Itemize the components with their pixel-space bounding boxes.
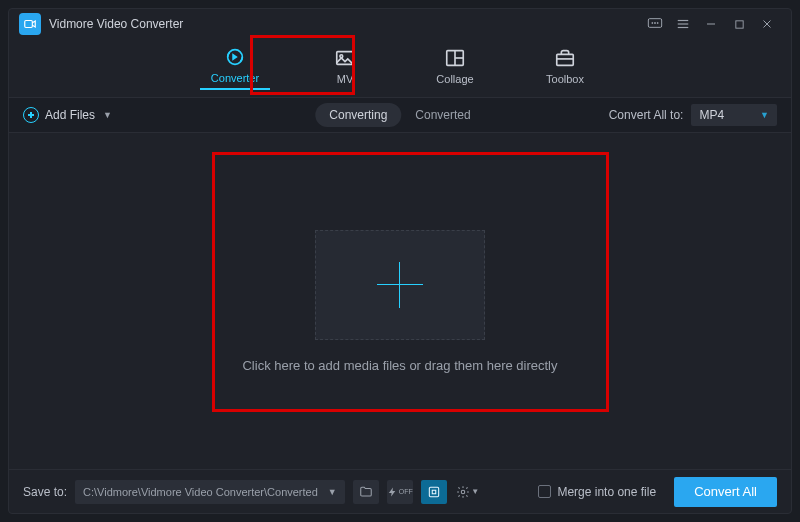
- convert-all-to-select[interactable]: MP4 ▼: [691, 104, 777, 126]
- toolbox-icon: [554, 47, 576, 69]
- menu-icon[interactable]: [669, 10, 697, 38]
- convert-all-to-value: MP4: [699, 108, 724, 122]
- svg-rect-9: [735, 20, 742, 27]
- chevron-down-icon: ▼: [103, 110, 112, 120]
- sub-tabs: Converting Converted: [315, 103, 484, 127]
- tab-collage-label: Collage: [436, 73, 473, 85]
- tab-mv[interactable]: MV: [310, 47, 380, 89]
- svg-rect-0: [25, 21, 33, 28]
- feedback-icon[interactable]: [641, 10, 669, 38]
- svg-rect-21: [432, 490, 436, 494]
- svg-point-4: [657, 22, 658, 23]
- maximize-button[interactable]: [725, 10, 753, 38]
- chevron-down-icon: ▼: [760, 110, 769, 120]
- merge-into-one-checkbox[interactable]: Merge into one file: [538, 485, 656, 499]
- add-files-button[interactable]: Add Files ▼: [23, 107, 112, 123]
- tab-collage[interactable]: Collage: [420, 47, 490, 89]
- main-nav: Converter MV Collage Toolbox: [9, 39, 791, 97]
- converter-icon: [224, 46, 246, 68]
- gpu-accel-toggle[interactable]: [421, 480, 447, 504]
- bottom-bar: Save to: C:\Vidmore\Vidmore Video Conver…: [9, 469, 791, 513]
- merge-label: Merge into one file: [557, 485, 656, 499]
- svg-point-22: [462, 490, 466, 494]
- add-media-drop-zone[interactable]: Click here to add media files or drag th…: [242, 230, 557, 373]
- settings-button[interactable]: ▼: [455, 480, 481, 504]
- subtab-converting[interactable]: Converting: [315, 103, 401, 127]
- tab-converter-label: Converter: [211, 72, 259, 84]
- title-bar: Vidmore Video Converter: [9, 9, 791, 39]
- plus-icon: [377, 262, 423, 308]
- tab-toolbox-label: Toolbox: [546, 73, 584, 85]
- collage-icon: [444, 47, 466, 69]
- add-files-label: Add Files: [45, 108, 95, 122]
- drop-hint-text: Click here to add media files or drag th…: [242, 358, 557, 373]
- save-to-path-select[interactable]: C:\Vidmore\Vidmore Video Converter\Conve…: [75, 480, 345, 504]
- svg-rect-20: [429, 487, 438, 496]
- drop-box: [315, 230, 485, 340]
- main-area: Click here to add media files or drag th…: [9, 133, 791, 469]
- close-button[interactable]: [753, 10, 781, 38]
- svg-point-3: [654, 22, 655, 23]
- tab-toolbox[interactable]: Toolbox: [530, 47, 600, 89]
- tab-converter[interactable]: Converter: [200, 46, 270, 90]
- convert-all-to-label: Convert All to:: [609, 108, 684, 122]
- save-to-path-value: C:\Vidmore\Vidmore Video Converter\Conve…: [83, 486, 318, 498]
- sub-toolbar: Add Files ▼ Converting Converted Convert…: [9, 97, 791, 133]
- chevron-down-icon: ▼: [328, 487, 337, 497]
- save-to-label: Save to:: [23, 485, 67, 499]
- app-window: Vidmore Video Converter Converter: [8, 8, 792, 514]
- plus-circle-icon: [23, 107, 39, 123]
- convert-all-button[interactable]: Convert All: [674, 477, 777, 507]
- checkbox-icon: [538, 485, 551, 498]
- app-title: Vidmore Video Converter: [49, 17, 183, 31]
- hw-accel-toggle[interactable]: OFF: [387, 480, 413, 504]
- minimize-button[interactable]: [697, 10, 725, 38]
- open-folder-button[interactable]: [353, 480, 379, 504]
- svg-rect-18: [557, 54, 574, 65]
- app-logo-icon: [19, 13, 41, 35]
- mv-icon: [334, 47, 356, 69]
- svg-point-2: [652, 22, 653, 23]
- tab-mv-label: MV: [337, 73, 354, 85]
- subtab-converted[interactable]: Converted: [401, 103, 484, 127]
